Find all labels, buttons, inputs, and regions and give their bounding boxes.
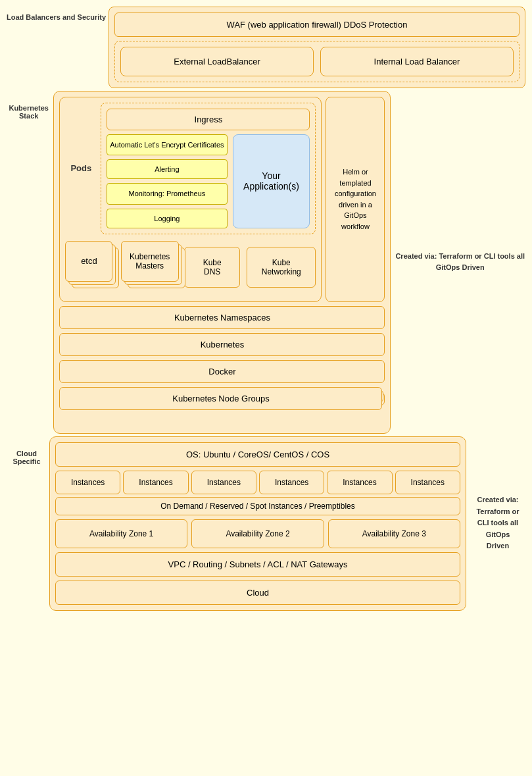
cloud-main: OS: Ubuntu / CoreOS/ CentOS / COS Instan… [49, 436, 466, 611]
cloud-section: CloudSpecific OS: Ubuntu / CoreOS/ CentO… [7, 436, 525, 611]
cloud-right-label: Created via:Terraform orCLI tools allGit… [466, 436, 525, 611]
instances-section: Instances Instances Instances Instances … [55, 471, 460, 515]
kube-net-box: Kube Networking [247, 247, 316, 288]
docker-bar: Docker [59, 360, 385, 383]
waf-container: WAF (web application firewall) DDoS Prot… [109, 7, 525, 88]
pods-content-row: Automatic Let's Encrypt Certificates Ale… [107, 134, 310, 228]
your-app-box: Your Application(s) [233, 134, 310, 228]
ingress-bar: Ingress [107, 109, 310, 130]
kubernetes-bar: Kubernetes [59, 333, 385, 356]
pods-left-col: Automatic Let's Encrypt Certificates Ale… [107, 134, 227, 228]
node-groups-bar: Kubernetes Node Groups [59, 387, 382, 410]
node-groups-stack: Kubernetes Node Groups [59, 387, 385, 425]
instance-box-6: Instances [395, 471, 460, 494]
pods-label: Pods [65, 103, 97, 234]
k8s-masters-stack: Kubernetes Masters [121, 241, 178, 294]
pods-inner: Ingress Automatic Let's Encrypt Certific… [101, 103, 316, 234]
k8s-main: Pods Ingress Automatic Let's Encrypt Cer… [53, 91, 391, 434]
k8s-namespaces-bar: Kubernetes Namespaces [59, 306, 385, 329]
lb-section-label: Load Balancers and Security [7, 7, 109, 21]
etcd-box: etcd [65, 241, 112, 282]
az2-box: Availability Zone 2 [191, 519, 324, 548]
monitoring-box: Monitoring: Prometheus [107, 183, 227, 204]
k8s-section-label: Kubernetes Stack [7, 91, 53, 434]
instances-sublabel: On Demand / Reserved / Spot Instances / … [55, 497, 460, 515]
instance-box-1: Instances [55, 471, 120, 494]
kube-dns-box: Kube DNS [184, 247, 240, 288]
k8s-section: Kubernetes Stack Pods Ingress [7, 91, 525, 434]
infra-components-row: etcd Kubernetes Masters Kube DNS Kube Ne… [65, 238, 316, 296]
instance-box-2: Instances [123, 471, 188, 494]
k8s-masters-box: Kubernetes Masters [121, 241, 179, 282]
logging-box: Logging [107, 209, 227, 228]
lb-security-section: Load Balancers and Security WAF (web app… [7, 7, 525, 88]
auto-cert-box: Automatic Let's Encrypt Certificates [107, 134, 227, 155]
waf-title: WAF (web application firewall) DDoS Prot… [114, 13, 520, 37]
az-row: Availability Zone 1 Availability Zone 2 … [55, 519, 460, 548]
cloud-section-label: CloudSpecific [7, 436, 49, 611]
vpc-bar: VPC / Routing / Subnets / ACL / NAT Gate… [55, 552, 460, 577]
cloud-bar: Cloud [55, 581, 460, 605]
instances-row: Instances Instances Instances Instances … [55, 471, 460, 494]
ext-lb-box: External LoadBalancer [120, 47, 314, 76]
gitops-label: Helm or templated configuration driven i… [326, 97, 385, 302]
int-lb-box: Internal Load Balancer [320, 47, 514, 76]
instance-box-3: Instances [191, 471, 256, 494]
instance-box-4: Instances [259, 471, 324, 494]
az3-box: Availability Zone 3 [328, 519, 460, 548]
instance-box-5: Instances [327, 471, 392, 494]
lb-row: External LoadBalancer Internal Load Bala… [114, 41, 520, 82]
k8s-options-label: Created via: Terraform or CLI tools all … [391, 91, 525, 434]
alerting-box: Alerting [107, 159, 227, 179]
etcd-stack: etcd [65, 241, 114, 294]
az1-box: Availability Zone 1 [55, 519, 187, 548]
os-bar: OS: Ubuntu / CoreOS/ CentOS / COS [55, 442, 460, 467]
pods-outer: Pods Ingress Automatic Let's Encrypt Cer… [59, 97, 322, 302]
